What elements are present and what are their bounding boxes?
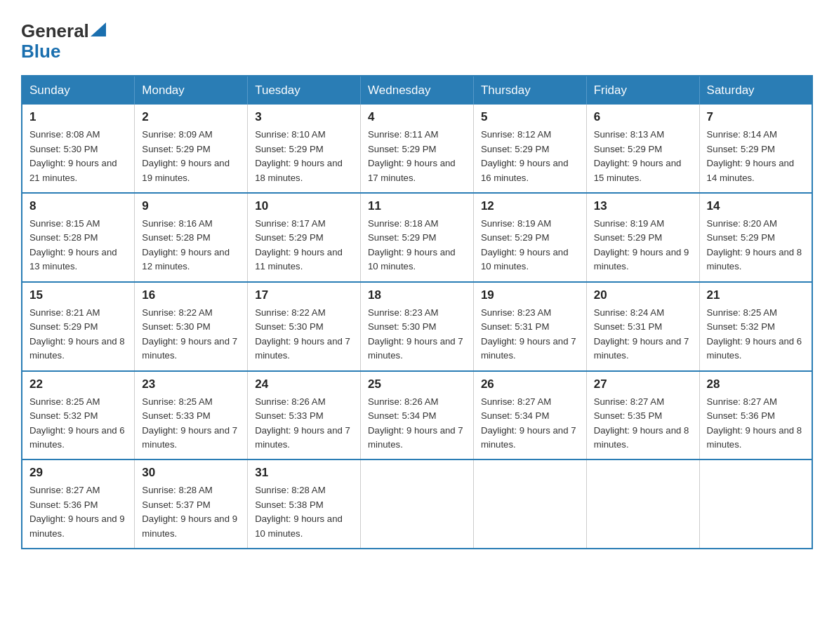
day-number: 10 <box>255 199 353 213</box>
day-number: 2 <box>142 110 240 124</box>
logo: General Blue <box>21 21 106 61</box>
column-header-sunday: Sunday <box>22 76 135 105</box>
day-info: Sunrise: 8:15 AMSunset: 5:28 PMDaylight:… <box>29 218 117 271</box>
calendar-day-cell: 29 Sunrise: 8:27 AMSunset: 5:36 PMDaylig… <box>22 459 135 549</box>
page-header: General Blue <box>21 21 813 61</box>
calendar-day-cell: 4 Sunrise: 8:11 AMSunset: 5:29 PMDayligh… <box>361 105 474 193</box>
day-info: Sunrise: 8:19 AMSunset: 5:29 PMDaylight:… <box>594 218 689 271</box>
day-info: Sunrise: 8:20 AMSunset: 5:29 PMDaylight:… <box>707 218 802 271</box>
calendar-day-cell: 6 Sunrise: 8:13 AMSunset: 5:29 PMDayligh… <box>586 105 699 193</box>
day-number: 24 <box>255 377 353 391</box>
day-info: Sunrise: 8:23 AMSunset: 5:30 PMDaylight:… <box>368 307 463 361</box>
day-number: 13 <box>594 199 692 213</box>
day-info: Sunrise: 8:19 AMSunset: 5:29 PMDaylight:… <box>481 218 569 271</box>
day-info: Sunrise: 8:28 AMSunset: 5:38 PMDaylight:… <box>255 485 343 538</box>
day-number: 8 <box>29 199 127 213</box>
calendar-week-row: 1 Sunrise: 8:08 AMSunset: 5:30 PMDayligh… <box>22 105 812 193</box>
calendar-day-cell: 1 Sunrise: 8:08 AMSunset: 5:30 PMDayligh… <box>22 105 135 193</box>
day-info: Sunrise: 8:25 AMSunset: 5:32 PMDaylight:… <box>707 307 802 361</box>
day-number: 27 <box>594 377 692 391</box>
calendar-day-cell: 21 Sunrise: 8:25 AMSunset: 5:32 PMDaylig… <box>699 282 812 371</box>
calendar-week-row: 15 Sunrise: 8:21 AMSunset: 5:29 PMDaylig… <box>22 282 812 371</box>
day-info: Sunrise: 8:16 AMSunset: 5:28 PMDaylight:… <box>142 218 230 271</box>
logo-general-text: General <box>21 21 89 41</box>
calendar-day-cell: 23 Sunrise: 8:25 AMSunset: 5:33 PMDaylig… <box>135 371 248 460</box>
calendar-day-cell: 26 Sunrise: 8:27 AMSunset: 5:34 PMDaylig… <box>473 371 586 460</box>
day-number: 20 <box>594 288 692 302</box>
column-header-friday: Friday <box>586 76 699 105</box>
calendar-day-cell: 27 Sunrise: 8:27 AMSunset: 5:35 PMDaylig… <box>586 371 699 460</box>
calendar-day-cell: 25 Sunrise: 8:26 AMSunset: 5:34 PMDaylig… <box>361 371 474 460</box>
day-info: Sunrise: 8:27 AMSunset: 5:36 PMDaylight:… <box>707 396 802 450</box>
day-number: 21 <box>707 288 805 302</box>
calendar-week-row: 29 Sunrise: 8:27 AMSunset: 5:36 PMDaylig… <box>22 459 812 549</box>
day-info: Sunrise: 8:24 AMSunset: 5:31 PMDaylight:… <box>594 307 689 361</box>
day-number: 7 <box>707 110 805 124</box>
day-info: Sunrise: 8:23 AMSunset: 5:31 PMDaylight:… <box>481 307 576 361</box>
day-number: 30 <box>142 466 240 480</box>
day-number: 9 <box>142 199 240 213</box>
day-number: 16 <box>142 288 240 302</box>
calendar-table: SundayMondayTuesdayWednesdayThursdayFrid… <box>21 75 813 549</box>
column-header-thursday: Thursday <box>473 76 586 105</box>
column-header-tuesday: Tuesday <box>248 76 361 105</box>
day-info: Sunrise: 8:17 AMSunset: 5:29 PMDaylight:… <box>255 218 343 271</box>
calendar-header-row: SundayMondayTuesdayWednesdayThursdayFrid… <box>22 76 812 105</box>
calendar-day-cell: 20 Sunrise: 8:24 AMSunset: 5:31 PMDaylig… <box>586 282 699 371</box>
calendar-day-cell: 15 Sunrise: 8:21 AMSunset: 5:29 PMDaylig… <box>22 282 135 371</box>
calendar-day-cell: 11 Sunrise: 8:18 AMSunset: 5:29 PMDaylig… <box>361 193 474 282</box>
svg-marker-0 <box>91 22 106 36</box>
day-info: Sunrise: 8:25 AMSunset: 5:32 PMDaylight:… <box>29 396 125 450</box>
day-number: 17 <box>255 288 353 302</box>
day-info: Sunrise: 8:25 AMSunset: 5:33 PMDaylight:… <box>142 396 237 450</box>
day-number: 29 <box>29 466 127 480</box>
day-number: 15 <box>29 288 127 302</box>
calendar-day-cell <box>586 459 699 549</box>
calendar-day-cell <box>699 459 812 549</box>
calendar-day-cell: 9 Sunrise: 8:16 AMSunset: 5:28 PMDayligh… <box>135 193 248 282</box>
day-info: Sunrise: 8:10 AMSunset: 5:29 PMDaylight:… <box>255 129 343 182</box>
day-number: 26 <box>481 377 579 391</box>
day-number: 22 <box>29 377 127 391</box>
calendar-day-cell <box>361 459 474 549</box>
day-info: Sunrise: 8:11 AMSunset: 5:29 PMDaylight:… <box>368 129 456 182</box>
calendar-week-row: 8 Sunrise: 8:15 AMSunset: 5:28 PMDayligh… <box>22 193 812 282</box>
day-info: Sunrise: 8:26 AMSunset: 5:34 PMDaylight:… <box>368 396 463 450</box>
calendar-day-cell: 30 Sunrise: 8:28 AMSunset: 5:37 PMDaylig… <box>135 459 248 549</box>
calendar-day-cell: 14 Sunrise: 8:20 AMSunset: 5:29 PMDaylig… <box>699 193 812 282</box>
calendar-day-cell: 16 Sunrise: 8:22 AMSunset: 5:30 PMDaylig… <box>135 282 248 371</box>
day-info: Sunrise: 8:08 AMSunset: 5:30 PMDaylight:… <box>29 129 117 182</box>
day-number: 1 <box>29 110 127 124</box>
day-number: 18 <box>368 288 466 302</box>
calendar-day-cell: 8 Sunrise: 8:15 AMSunset: 5:28 PMDayligh… <box>22 193 135 282</box>
day-info: Sunrise: 8:22 AMSunset: 5:30 PMDaylight:… <box>255 307 350 361</box>
column-header-monday: Monday <box>135 76 248 105</box>
calendar-day-cell: 24 Sunrise: 8:26 AMSunset: 5:33 PMDaylig… <box>248 371 361 460</box>
day-info: Sunrise: 8:27 AMSunset: 5:35 PMDaylight:… <box>594 396 689 450</box>
column-header-wednesday: Wednesday <box>361 76 474 105</box>
day-info: Sunrise: 8:27 AMSunset: 5:36 PMDaylight:… <box>29 485 125 538</box>
calendar-day-cell: 5 Sunrise: 8:12 AMSunset: 5:29 PMDayligh… <box>473 105 586 193</box>
day-info: Sunrise: 8:26 AMSunset: 5:33 PMDaylight:… <box>255 396 350 450</box>
day-info: Sunrise: 8:22 AMSunset: 5:30 PMDaylight:… <box>142 307 237 361</box>
day-number: 3 <box>255 110 353 124</box>
day-number: 19 <box>481 288 579 302</box>
day-info: Sunrise: 8:09 AMSunset: 5:29 PMDaylight:… <box>142 129 230 182</box>
day-info: Sunrise: 8:14 AMSunset: 5:29 PMDaylight:… <box>707 129 795 182</box>
day-info: Sunrise: 8:27 AMSunset: 5:34 PMDaylight:… <box>481 396 576 450</box>
calendar-day-cell: 22 Sunrise: 8:25 AMSunset: 5:32 PMDaylig… <box>22 371 135 460</box>
day-number: 11 <box>368 199 466 213</box>
calendar-day-cell <box>473 459 586 549</box>
day-number: 23 <box>142 377 240 391</box>
calendar-day-cell: 19 Sunrise: 8:23 AMSunset: 5:31 PMDaylig… <box>473 282 586 371</box>
calendar-day-cell: 13 Sunrise: 8:19 AMSunset: 5:29 PMDaylig… <box>586 193 699 282</box>
calendar-day-cell: 31 Sunrise: 8:28 AMSunset: 5:38 PMDaylig… <box>248 459 361 549</box>
day-number: 14 <box>707 199 805 213</box>
calendar-day-cell: 17 Sunrise: 8:22 AMSunset: 5:30 PMDaylig… <box>248 282 361 371</box>
calendar-day-cell: 3 Sunrise: 8:10 AMSunset: 5:29 PMDayligh… <box>248 105 361 193</box>
day-info: Sunrise: 8:28 AMSunset: 5:37 PMDaylight:… <box>142 485 237 538</box>
calendar-week-row: 22 Sunrise: 8:25 AMSunset: 5:32 PMDaylig… <box>22 371 812 460</box>
day-info: Sunrise: 8:13 AMSunset: 5:29 PMDaylight:… <box>594 129 682 182</box>
calendar-day-cell: 10 Sunrise: 8:17 AMSunset: 5:29 PMDaylig… <box>248 193 361 282</box>
logo-triangle-icon <box>91 22 106 36</box>
